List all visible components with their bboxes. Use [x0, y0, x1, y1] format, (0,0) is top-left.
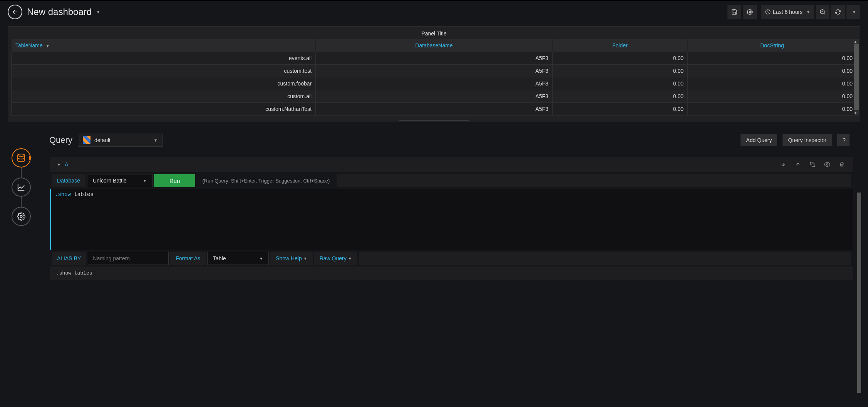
table-cell: A5F3 — [316, 77, 553, 90]
format-as-select[interactable]: Table ▼ — [207, 252, 269, 265]
chart-icon — [17, 183, 25, 191]
table-cell: 0.00 — [552, 65, 687, 77]
zoom-out-button[interactable] — [816, 5, 829, 19]
chevron-down-icon: ▼ — [259, 256, 263, 261]
query-inspector-button[interactable]: Query Inspector — [783, 134, 832, 146]
table-row[interactable]: custom.foobarA5F30.000.00 — [12, 77, 857, 90]
refresh-button[interactable] — [831, 5, 845, 19]
table-row[interactable]: custom.allA5F30.000.00 — [12, 90, 857, 103]
table-cell: 0.00 — [687, 65, 856, 77]
save-button[interactable] — [727, 5, 741, 19]
table-cell: A5F3 — [316, 90, 553, 103]
query-row: ▼ A Database — [50, 157, 853, 280]
chevron-down-icon: ▼ — [96, 10, 100, 14]
svg-point-6 — [20, 215, 22, 218]
datasource-icon — [83, 136, 90, 144]
column-header-docstring[interactable]: DocString — [687, 39, 856, 52]
database-label: Database — [52, 174, 85, 187]
column-header-databasename[interactable]: DatabaseName — [316, 39, 553, 52]
raw-query-toggle[interactable]: Raw Query ▼ — [314, 252, 357, 265]
table-row[interactable]: events.allA5F30.000.00 — [12, 52, 857, 65]
chevron-down-icon: ▼ — [852, 10, 856, 14]
run-hint: (Run Query: Shift+Enter, Trigger Suggest… — [197, 174, 335, 187]
dashboard-title[interactable]: New dashboard ▼ — [27, 7, 100, 17]
show-help-toggle[interactable]: Show Help ▼ — [270, 252, 313, 265]
datasource-name: default — [94, 137, 111, 143]
table-cell: custom.NathanTest — [12, 103, 316, 116]
sort-desc-icon: ▼ — [46, 44, 50, 48]
table-row[interactable]: custom.NathanTestA5F30.000.00 — [12, 103, 857, 116]
chevron-down-icon: ▼ — [143, 179, 147, 183]
chevron-down-icon: ▼ — [154, 138, 158, 142]
copy-icon — [810, 162, 815, 167]
column-header-tablename[interactable]: TableName ▼ — [12, 39, 316, 52]
arrow-left-icon — [12, 8, 18, 15]
step-query[interactable] — [12, 148, 31, 167]
scroll-up-arrow-icon: ▲ — [854, 39, 857, 44]
collapse-icon[interactable]: ▼ — [57, 162, 61, 167]
database-icon — [17, 153, 26, 162]
table-scrollbar[interactable]: ▲ ▼ — [854, 39, 859, 116]
alias-by-label: ALIAS BY — [52, 252, 86, 265]
query-header: Query default ▼ Add Query Query Inspecto… — [42, 129, 856, 151]
datasource-select[interactable]: default ▼ — [78, 134, 163, 147]
clock-icon — [765, 9, 771, 15]
table-cell: 0.00 — [687, 77, 856, 90]
panel: Panel Title TableName ▼ DatabaseName Fol… — [8, 26, 860, 122]
query-editor[interactable]: .show tables — [50, 189, 853, 250]
editor-steps — [0, 129, 42, 280]
toggle-visibility-button[interactable] — [822, 160, 833, 169]
step-general[interactable] — [12, 207, 31, 226]
svg-rect-9 — [812, 164, 815, 167]
query-letter: A — [65, 161, 68, 167]
main-scrollbar[interactable] — [857, 193, 861, 393]
table-row[interactable]: custom.testA5F30.000.00 — [12, 65, 857, 77]
move-down-button[interactable] — [778, 160, 789, 169]
duplicate-button[interactable] — [807, 160, 818, 169]
query-help-button[interactable]: ? — [837, 134, 850, 146]
results-table: TableName ▼ DatabaseName Folder DocStrin… — [11, 39, 857, 116]
svg-point-5 — [18, 154, 25, 156]
time-range-picker[interactable]: Last 6 hours ▼ — [761, 5, 814, 19]
time-range-label: Last 6 hours — [773, 9, 803, 15]
settings-button[interactable] — [743, 5, 757, 19]
column-header-folder[interactable]: Folder — [552, 39, 687, 52]
table-cell: 0.00 — [552, 90, 687, 103]
gear-icon — [17, 212, 25, 221]
table-cell: 0.00 — [552, 103, 687, 116]
panel-resize-handle[interactable] — [8, 119, 860, 122]
chevron-down-icon: ▼ — [303, 256, 307, 261]
gear-icon — [747, 9, 753, 15]
table-cell: A5F3 — [316, 65, 553, 77]
svg-point-0 — [749, 11, 751, 13]
svg-point-10 — [826, 164, 828, 165]
add-query-button[interactable]: Add Query — [741, 134, 777, 146]
alias-input[interactable] — [88, 252, 169, 265]
scroll-down-arrow-icon: ▼ — [854, 110, 857, 116]
dashboard-title-text: New dashboard — [27, 7, 92, 17]
delete-query-button[interactable] — [836, 160, 847, 169]
table-cell: events.all — [12, 52, 316, 65]
table-cell: custom.test — [12, 65, 316, 77]
arrow-up-icon — [795, 162, 801, 167]
arrow-down-icon — [781, 162, 786, 167]
database-value: Unicorn Battle — [93, 178, 127, 184]
search-minus-icon — [819, 9, 826, 15]
editor-zone: Query default ▼ Add Query Query Inspecto… — [0, 129, 868, 280]
query-row-header: ▼ A — [50, 157, 853, 173]
format-value: Table — [213, 255, 226, 261]
svg-line-3 — [824, 13, 825, 14]
database-select[interactable]: Unicorn Battle ▼ — [87, 174, 152, 187]
table-cell: 0.00 — [687, 52, 856, 65]
query-section-label: Query — [49, 135, 72, 145]
run-button[interactable]: Run — [154, 174, 196, 187]
back-button[interactable] — [8, 5, 22, 19]
trash-icon — [839, 162, 845, 167]
chevron-down-icon: ▼ — [348, 256, 352, 261]
step-visualization[interactable] — [12, 178, 31, 197]
table-cell: 0.00 — [687, 90, 856, 103]
panel-title[interactable]: Panel Title — [8, 27, 860, 39]
move-up-button[interactable] — [793, 160, 803, 169]
refresh-interval-button[interactable]: ▼ — [846, 5, 860, 19]
scrollbar-thumb[interactable] — [854, 44, 859, 110]
